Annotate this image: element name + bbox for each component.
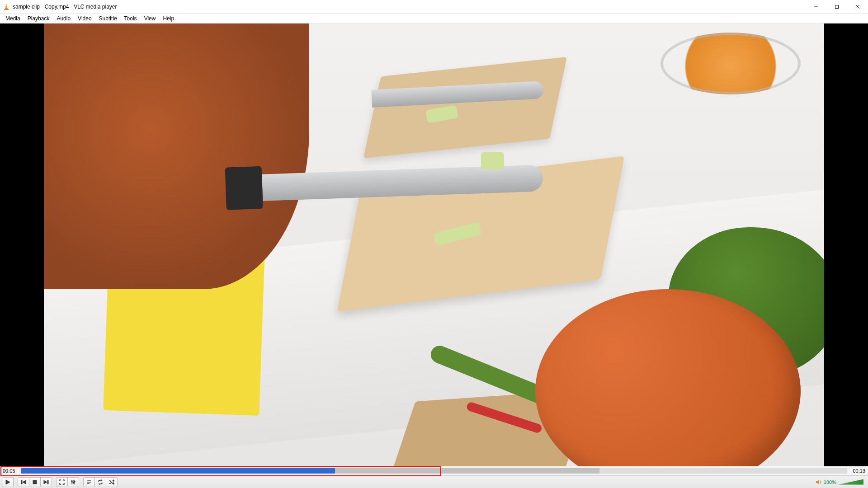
minimize-button[interactable] xyxy=(806,0,826,14)
svg-marker-0 xyxy=(5,4,8,9)
svg-rect-18 xyxy=(73,482,74,483)
video-frame xyxy=(44,23,824,466)
seek-slider[interactable] xyxy=(21,468,847,474)
window-title: sample clip - Copy.mp4 - VLC media playe… xyxy=(13,4,117,10)
svg-rect-5 xyxy=(835,5,839,8)
menu-media[interactable]: Media xyxy=(2,14,24,23)
close-button[interactable] xyxy=(847,0,868,14)
seek-row: 00:05 00:13 xyxy=(0,466,868,475)
svg-rect-2 xyxy=(5,7,8,7)
svg-rect-19 xyxy=(74,481,75,482)
maximize-button[interactable] xyxy=(826,0,847,14)
menu-bar: Media Playback Audio Video Subtitle Tool… xyxy=(0,14,868,23)
loop-button[interactable] xyxy=(94,477,106,487)
svg-rect-11 xyxy=(33,480,37,484)
title-bar: sample clip - Copy.mp4 - VLC media playe… xyxy=(0,0,868,14)
total-time[interactable]: 00:13 xyxy=(850,468,865,474)
stop-button[interactable] xyxy=(29,477,41,487)
volume-percent-label: 100% xyxy=(824,479,836,485)
menu-help[interactable]: Help xyxy=(159,14,178,23)
extended-settings-button[interactable] xyxy=(67,477,79,487)
svg-rect-17 xyxy=(71,481,72,482)
next-button[interactable] xyxy=(40,477,52,487)
fullscreen-button[interactable] xyxy=(56,477,68,487)
volume-slider[interactable] xyxy=(838,479,863,486)
video-area[interactable] xyxy=(0,23,868,466)
svg-marker-12 xyxy=(44,480,47,484)
svg-marker-23 xyxy=(816,480,819,484)
controls-bar: 100% xyxy=(0,475,868,488)
svg-marker-10 xyxy=(23,480,26,484)
svg-rect-1 xyxy=(5,5,7,6)
volume-control[interactable]: 100% xyxy=(816,479,866,486)
play-button[interactable] xyxy=(2,477,14,487)
vlc-cone-icon xyxy=(3,3,10,10)
menu-video[interactable]: Video xyxy=(74,14,95,23)
menu-tools[interactable]: Tools xyxy=(121,14,141,23)
previous-button[interactable] xyxy=(18,477,29,487)
playlist-button[interactable] xyxy=(83,477,95,487)
elapsed-time[interactable]: 00:05 xyxy=(3,468,18,474)
svg-rect-3 xyxy=(4,9,9,10)
svg-rect-9 xyxy=(21,480,22,484)
svg-marker-8 xyxy=(6,480,10,484)
shuffle-button[interactable] xyxy=(106,477,118,487)
menu-subtitle[interactable]: Subtitle xyxy=(95,14,121,23)
menu-playback[interactable]: Playback xyxy=(24,14,53,23)
svg-rect-13 xyxy=(47,480,48,484)
speaker-icon xyxy=(816,479,822,485)
menu-view[interactable]: View xyxy=(141,14,160,23)
menu-audio[interactable]: Audio xyxy=(53,14,74,23)
